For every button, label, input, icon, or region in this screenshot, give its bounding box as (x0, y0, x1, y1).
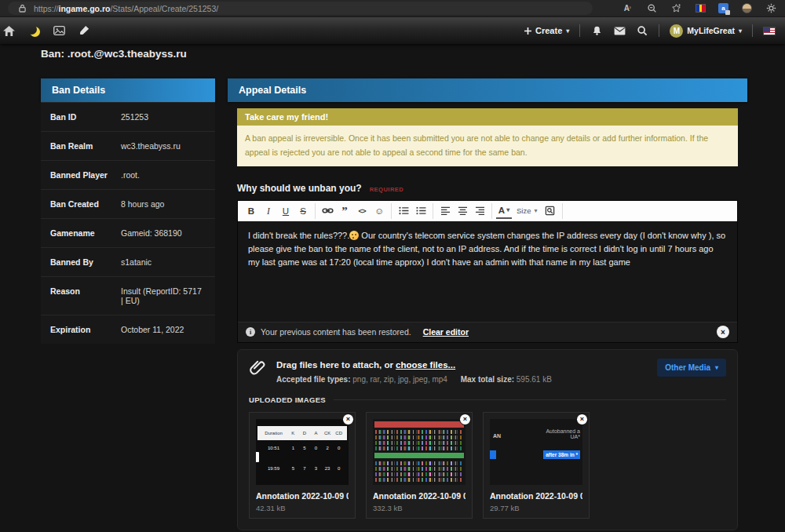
create-button-label: Create (535, 26, 562, 35)
file-name: Annotation 2022-10-09 083... (490, 491, 582, 501)
font-size-select[interactable]: Size▾ (513, 206, 541, 215)
format-group: B I U S (239, 203, 316, 219)
url-box[interactable]: https://ingame.go.ro/Stats/Appeal/Create… (8, 2, 593, 15)
align-right-icon[interactable] (472, 203, 487, 219)
row-label: Ban ID (50, 112, 121, 122)
thumb-red-bar (374, 421, 464, 428)
notifications-bell-icon[interactable] (590, 24, 603, 37)
table-row: ExpirationOctober 11, 2022 (41, 315, 215, 344)
row-label: Banned By (50, 257, 121, 267)
rich-text-editor: B I U S ” <> ☺ (237, 200, 738, 343)
editor-text: I didn't break the rules???. (248, 231, 349, 240)
uploaded-images-label: UPLOADED IMAGES (249, 395, 326, 404)
us-flag-language-icon[interactable] (763, 24, 776, 37)
ordered-list-icon[interactable] (413, 203, 429, 219)
link-icon[interactable] (319, 203, 335, 219)
accepted-types-line: Accepted file types: png, rar, zip, jpg,… (276, 375, 552, 384)
row-value: wc3.theabyss.ru (121, 141, 181, 151)
other-media-button[interactable]: Other Media ▾ (657, 359, 726, 377)
strikethrough-button[interactable]: S (295, 203, 311, 219)
create-button[interactable]: Create ▾ (524, 26, 569, 35)
align-center-icon[interactable] (455, 203, 470, 219)
uploaded-image-card[interactable]: × Annotation 2022-10-09 083... 332.3 kB (366, 412, 473, 519)
row-value: .root. (121, 170, 140, 180)
profile-avatar-extension-icon[interactable] (740, 2, 753, 15)
row-label: Ban Realm (50, 141, 121, 151)
list-group (392, 203, 433, 219)
attachments-box[interactable]: Drag files here to attach, or choose fil… (237, 349, 738, 530)
thinking-face-emoji (349, 231, 359, 240)
file-size: 29.77 kB (490, 504, 582, 512)
drag-files-text: Drag files here to attach, or choose fil… (276, 360, 552, 370)
zoom-out-icon[interactable] (645, 2, 658, 15)
uploaded-image-cards: × DurationKDACKCD 10:5115020 19:59573230 (249, 412, 726, 519)
row-value: 8 hours ago (121, 199, 164, 209)
user-menu[interactable]: M MyLifeGreat ▾ (670, 24, 742, 38)
navbar-left-icons (9, 24, 90, 37)
file-name: Annotation 2022-10-09 083... (373, 491, 466, 501)
required-badge: REQUIRED (370, 186, 404, 193)
chevron-down-icon: ▾ (715, 364, 718, 371)
paintbrush-icon[interactable] (78, 24, 90, 37)
bold-button[interactable]: B (243, 203, 259, 219)
image-thumbnail-scoreboard (373, 419, 466, 485)
theme-moon-icon[interactable] (27, 24, 40, 37)
row-label: Expiration (50, 325, 121, 334)
table-row: Banned Player.root. (41, 160, 215, 189)
close-icon[interactable]: × (717, 326, 729, 338)
ban-details-header: Ban Details (41, 78, 215, 102)
blockquote-button[interactable]: ” (337, 203, 352, 219)
warning-body: A ban appeal is irreversible. Once it ha… (237, 126, 738, 166)
chevron-down-icon: ▾ (566, 27, 569, 35)
home-icon[interactable] (2, 24, 15, 37)
row-label: Ban Created (50, 199, 121, 209)
table-row: ReasonInsult (ReportID: 5717 | EU) (41, 276, 215, 315)
favorites-star-icon[interactable] (670, 2, 682, 15)
appeal-details-panel: Appeal Details Take care my friend! A ba… (228, 78, 747, 532)
appeal-details-header: Appeal Details (228, 78, 747, 102)
thumb-green-bar (374, 453, 464, 458)
remove-image-button[interactable]: × (459, 414, 471, 425)
uploaded-image-card[interactable]: × DurationKDACKCD 10:5115020 19:59573230 (249, 412, 356, 519)
text-color-button[interactable]: A▾ (496, 203, 512, 219)
image-thumbnail-chat-log: AN Autobanned aUA* after 38m in * (490, 419, 582, 485)
italic-button[interactable]: I (261, 203, 276, 219)
gallery-icon[interactable] (53, 24, 65, 37)
thumb-left-tab (256, 452, 259, 462)
bullet-list-icon[interactable] (396, 203, 411, 219)
messages-envelope-icon[interactable] (613, 24, 626, 37)
remove-image-button[interactable]: × (342, 414, 354, 425)
uploaded-images-header: UPLOADED IMAGES (249, 395, 726, 404)
table-row: Ban Realmwc3.theabyss.ru (41, 131, 215, 160)
align-left-icon[interactable] (437, 203, 453, 219)
choose-files-link[interactable]: choose files... (396, 360, 455, 370)
editor-toolbar: B I U S ” <> ☺ (238, 201, 737, 221)
underline-button[interactable]: U (278, 203, 294, 219)
settings-gear-icon[interactable] (765, 2, 777, 15)
align-group (433, 203, 492, 219)
content-restored-bar: i Your previous content has been restore… (238, 322, 737, 342)
romanian-flag-extension-icon[interactable] (694, 2, 706, 15)
table-row: GamenameGameid: 368190 (41, 218, 215, 247)
uploaded-image-card[interactable]: × AN Autobanned aUA* after 38m in * Anno… (483, 412, 590, 519)
code-button[interactable]: <> (354, 203, 370, 219)
row-value: Insult (ReportID: 5717 | EU) (121, 286, 206, 305)
content-columns: Ban Details Ban ID251253 Ban Realmwc3.th… (41, 78, 747, 532)
emoji-button[interactable]: ☺ (371, 203, 387, 219)
image-thumbnail-stats-table: DurationKDACKCD 10:5115020 19:59573230 (256, 419, 349, 485)
table-row: Banned Bys1atanic (41, 247, 215, 276)
translate-extension-icon[interactable]: a (718, 3, 728, 13)
url-text: https://ingame.go.ro/Stats/Appeal/Create… (34, 4, 218, 13)
paperclip-icon (249, 359, 266, 376)
row-value: 251253 (121, 112, 148, 122)
search-icon[interactable] (636, 24, 648, 37)
editor-content[interactable]: I didn't break the rules???. Our country… (238, 221, 737, 322)
read-aloud-icon[interactable]: A⁾ (621, 2, 633, 15)
attach-texts: Drag files here to attach, or choose fil… (276, 359, 552, 384)
chevron-down-icon: ▾ (739, 27, 742, 35)
remove-image-button[interactable]: × (576, 414, 588, 425)
file-size: 42.31 kB (256, 504, 349, 512)
preview-icon[interactable] (542, 203, 558, 219)
clear-editor-link[interactable]: Clear editor (423, 327, 469, 337)
row-value: October 11, 2022 (121, 325, 184, 334)
